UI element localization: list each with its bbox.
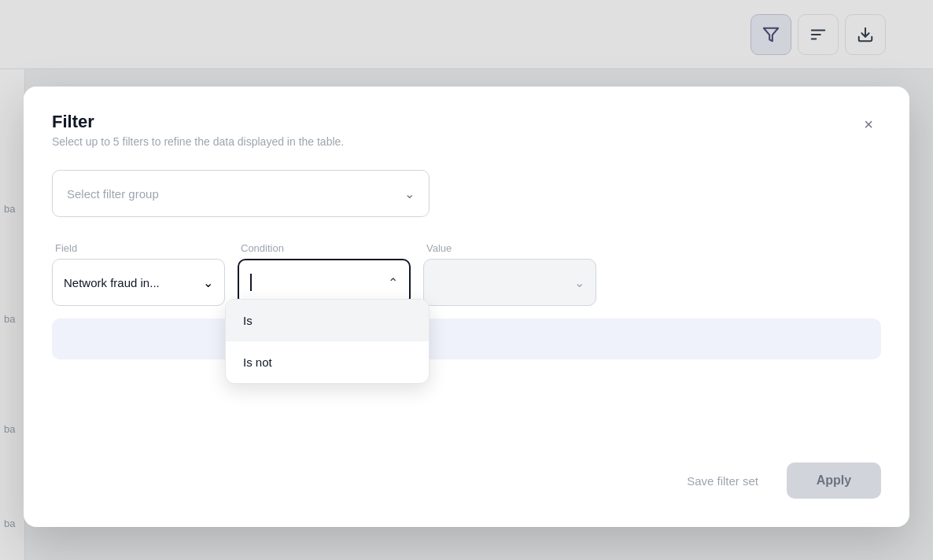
condition-option-is[interactable]: Is <box>226 300 429 341</box>
field-label: Field <box>52 242 225 254</box>
field-chevron-icon: ⌄ <box>203 275 213 290</box>
condition-chevron-icon: ⌃ <box>388 275 398 290</box>
value-label: Value <box>423 242 596 254</box>
modal-footer: Save filter set Apply <box>671 462 881 499</box>
condition-label: Condition <box>238 242 411 254</box>
filter-group-placeholder: Select filter group <box>67 187 159 201</box>
field-value: Network fraud in... <box>64 276 160 289</box>
condition-cursor <box>250 274 252 291</box>
field-select[interactable]: Network fraud in... ⌄ <box>52 259 225 306</box>
filter-group-chevron-icon: ⌄ <box>404 186 415 201</box>
modal-title: Filter <box>52 112 344 132</box>
save-filter-button[interactable]: Save filter set <box>671 463 774 499</box>
apply-button[interactable]: Apply <box>787 462 881 499</box>
value-chevron-icon: ⌄ <box>574 275 585 290</box>
add-filter-row[interactable] <box>52 319 881 359</box>
filter-conditions-row: Field Network fraud in... ⌄ Condition ⌃ … <box>52 242 881 306</box>
filter-modal: Filter Select up to 5 filters to refine … <box>24 87 909 527</box>
modal-subtitle: Select up to 5 filters to refine the dat… <box>52 135 344 148</box>
condition-group: Condition ⌃ <box>238 242 411 306</box>
filter-group-select[interactable]: Select filter group ⌄ <box>52 170 430 217</box>
modal-title-area: Filter Select up to 5 filters to refine … <box>52 112 344 148</box>
condition-option-is-not[interactable]: Is not <box>226 341 429 383</box>
filter-group-section: Select filter group ⌄ <box>52 170 881 217</box>
value-select[interactable]: ⌄ <box>423 259 596 306</box>
field-group: Field Network fraud in... ⌄ <box>52 242 225 306</box>
modal-header: Filter Select up to 5 filters to refine … <box>52 112 881 148</box>
value-group: Value ⌄ <box>423 242 596 306</box>
close-button[interactable]: × <box>856 112 881 137</box>
condition-dropdown: Is Is not <box>225 299 430 384</box>
